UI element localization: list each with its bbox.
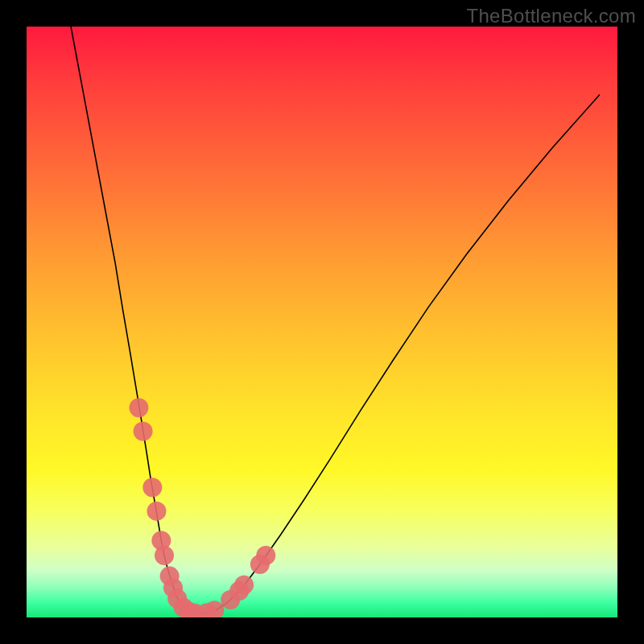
marker-dot (234, 576, 254, 595)
marker-dot (142, 478, 162, 497)
chart-frame: TheBottleneck.com (0, 0, 644, 644)
curve-layer (27, 27, 617, 617)
marker-dot (256, 546, 275, 565)
marker-dot (134, 422, 153, 441)
highlighted-points (129, 398, 275, 617)
plot-area (27, 27, 617, 617)
marker-dot (155, 546, 174, 565)
bottleneck-curve (71, 27, 600, 613)
marker-dot (129, 398, 148, 417)
watermark-text: TheBottleneck.com (466, 5, 636, 27)
marker-dot (147, 502, 166, 521)
